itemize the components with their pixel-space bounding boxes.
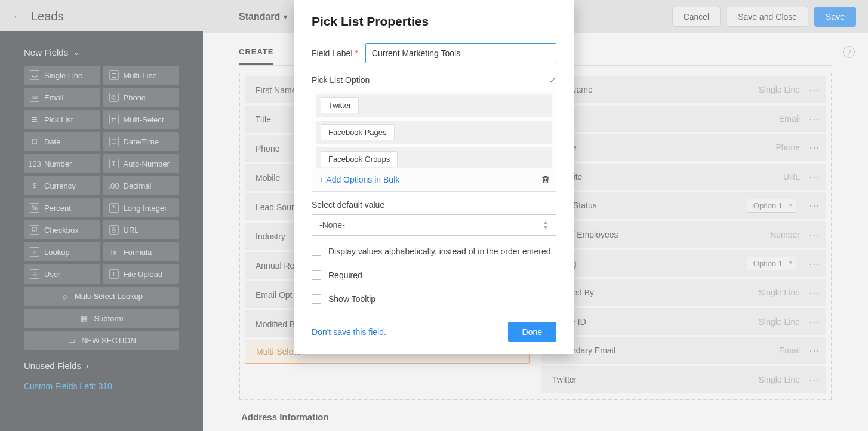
required-checkbox-label: Required [328, 270, 362, 280]
dont-save-link[interactable]: Don't save this field. [312, 327, 386, 337]
alpha-checkbox-row: Display values alphabetically, instead o… [312, 247, 556, 256]
picklist-options-toolbar: + Add Options in Bulk [312, 168, 556, 192]
default-value-label: Select default value [312, 200, 556, 210]
picklist-option-row[interactable]: Facebook Groups [316, 147, 552, 168]
default-value-text: -None- [319, 220, 345, 230]
modal-footer: Don't save this field. Done [312, 322, 556, 342]
picklist-option-row[interactable]: Facebook Pages [316, 121, 552, 144]
picklist-options-box: TwitterFacebook PagesFacebook Groups [312, 90, 556, 168]
alpha-checkbox-label: Display values alphabetically, instead o… [328, 247, 553, 256]
modal-title: Pick List Properties [312, 14, 556, 29]
field-label-input[interactable] [365, 43, 556, 63]
tooltip-checkbox-row: Show Tooltip [312, 294, 556, 304]
select-arrows-icon: ▲▼ [543, 220, 549, 230]
picklist-properties-modal: Pick List Properties Field Label * Pick … [294, 0, 574, 354]
add-options-bulk-link[interactable]: + Add Options in Bulk [316, 175, 399, 184]
trash-icon[interactable] [539, 173, 552, 186]
field-label-text: Field Label * [312, 48, 358, 58]
picklist-option-chip: Twitter [321, 97, 359, 113]
alpha-checkbox[interactable] [312, 247, 321, 256]
tooltip-checkbox-label: Show Tooltip [328, 294, 375, 304]
picklist-option-chip: Facebook Pages [321, 124, 395, 140]
required-star-icon: * [355, 48, 358, 58]
done-button[interactable]: Done [508, 322, 556, 342]
default-value-select[interactable]: -None- ▲▼ [312, 214, 556, 236]
picklist-option-label: Pick List Option [312, 75, 370, 85]
expand-icon[interactable]: ⤢ [549, 75, 556, 85]
field-label-row: Field Label * [312, 43, 556, 63]
required-checkbox[interactable] [312, 270, 321, 280]
picklist-option-chip: Facebook Groups [321, 151, 398, 167]
picklist-option-row[interactable]: Twitter [316, 94, 552, 117]
required-checkbox-row: Required [312, 270, 556, 280]
tooltip-checkbox[interactable] [312, 294, 321, 304]
